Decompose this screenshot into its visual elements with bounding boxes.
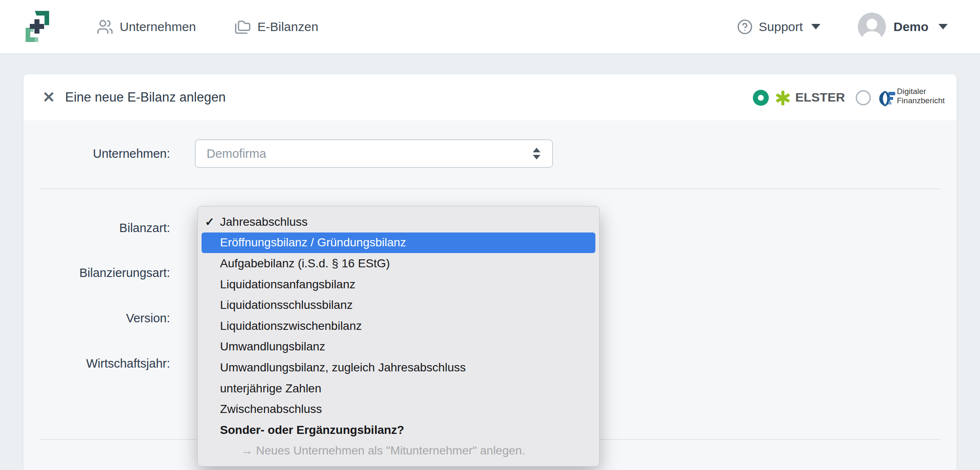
modal-header: ✕ Eine neue E-Bilanz anlegen ELSTER <box>24 74 956 120</box>
select-stepper-icon <box>533 140 540 167</box>
radio-digitaler-finanzbericht[interactable] <box>856 90 871 105</box>
dropdown-item-label: Liquidationszwischenbilanz <box>220 319 362 333</box>
support-menu[interactable]: Support <box>737 0 820 53</box>
close-icon[interactable]: ✕ <box>36 74 61 120</box>
dropdown-item[interactable]: unterjährige Zahlen <box>198 378 599 399</box>
label-bilanzart: Bilanzart: <box>31 220 170 235</box>
dropdown-item: → Neues Unternehmen als "Mitunternehmer"… <box>198 441 599 462</box>
nav-item-label: Unternehmen <box>120 20 196 34</box>
dropdown-item[interactable]: Liquidationsanfangsbilanz <box>198 274 599 295</box>
dropdown-item-label: → Neues Unternehmen als "Mitunternehmer"… <box>241 444 525 457</box>
app-logo-icon[interactable] <box>24 10 51 43</box>
dropdown-item-label: Zwischenabschluss <box>220 402 322 416</box>
dropdown-item-label: Liquidationsschlussbilanz <box>220 298 353 312</box>
nav-item-label: E-Bilanzen <box>257 20 318 34</box>
dropdown-item[interactable]: Liquidationsschlussbilanz <box>198 295 599 316</box>
users-icon <box>97 18 113 35</box>
user-menu[interactable]: Demo <box>858 0 948 53</box>
unternehmen-select[interactable]: Demofirma <box>195 139 553 168</box>
digitaler-finanzbericht-icon <box>879 89 896 108</box>
dropdown-item-label: Umwandlungsbilanz <box>220 340 325 353</box>
label-bilanzierungsart: Bilanzierungsart: <box>31 265 170 280</box>
bilanzart-dropdown-menu: ✓JahresabschlussEröffnungsbilanz / Gründ… <box>197 206 600 467</box>
dropdown-item-label: unterjährige Zahlen <box>220 382 321 395</box>
dropdown-item-label: Liquidationsanfangsbilanz <box>220 278 355 291</box>
label-wirtschaftsjahr: Wirtschaftsjahr: <box>31 356 170 371</box>
modal-title: Eine neue E-Bilanz anlegen <box>65 74 226 120</box>
dropdown-item-label: Jahresabschluss <box>220 215 308 229</box>
chevron-down-icon <box>938 24 948 29</box>
radio-elster[interactable] <box>753 90 769 106</box>
avatar <box>858 13 886 41</box>
dropdown-item-label: Umwandlungsbilanz, zugleich Jahresabschl… <box>220 361 466 374</box>
help-circle-icon <box>737 19 753 35</box>
top-navbar: Unternehmen E-Bilanzen Support <box>0 0 980 53</box>
check-icon: ✓ <box>205 215 217 229</box>
dropdown-item-label: Aufgabebilanz (i.S.d. § 16 EStG) <box>220 257 390 270</box>
support-label: Support <box>759 20 803 34</box>
nav-item-e-bilanzen[interactable]: E-Bilanzen <box>234 0 318 53</box>
folders-icon <box>234 18 251 35</box>
app-root: Unternehmen E-Bilanzen Support <box>0 0 980 470</box>
dropdown-item[interactable]: Umwandlungsbilanz, zugleich Jahresabschl… <box>198 357 599 378</box>
digitaler-finanzbericht-label: Digitaler Finanzbericht <box>897 87 945 105</box>
nav-item-unternehmen[interactable]: Unternehmen <box>97 0 196 53</box>
label-version: Version: <box>31 311 170 326</box>
dropdown-item[interactable]: ✓Jahresabschluss <box>198 212 599 232</box>
dropdown-item[interactable]: Zwischenabschluss <box>198 399 599 420</box>
divider <box>40 188 941 189</box>
dropdown-item[interactable]: Aufgabebilanz (i.S.d. § 16 EStG) <box>198 253 599 274</box>
dropdown-item[interactable]: Eröffnungsbilanz / Gründungsbilanz <box>202 232 595 253</box>
dropdown-item-label: Eröffnungsbilanz / Gründungsbilanz <box>220 236 406 249</box>
dropdown-item[interactable]: Umwandlungsbilanz <box>198 337 599 358</box>
dropdown-item[interactable]: Sonder- oder Ergänzungsbilanz? <box>198 420 599 441</box>
elster-label: ELSTER <box>795 74 845 120</box>
elster-star-icon <box>775 90 791 106</box>
chevron-down-icon <box>811 24 820 29</box>
dropdown-item[interactable]: Liquidationszwischenbilanz <box>198 316 599 337</box>
label-unternehmen: Unternehmen: <box>31 146 170 161</box>
dropdown-item-label: Sonder- oder Ergänzungsbilanz? <box>220 423 404 437</box>
user-name: Demo <box>894 20 928 34</box>
unternehmen-select-value: Demofirma <box>207 147 266 161</box>
